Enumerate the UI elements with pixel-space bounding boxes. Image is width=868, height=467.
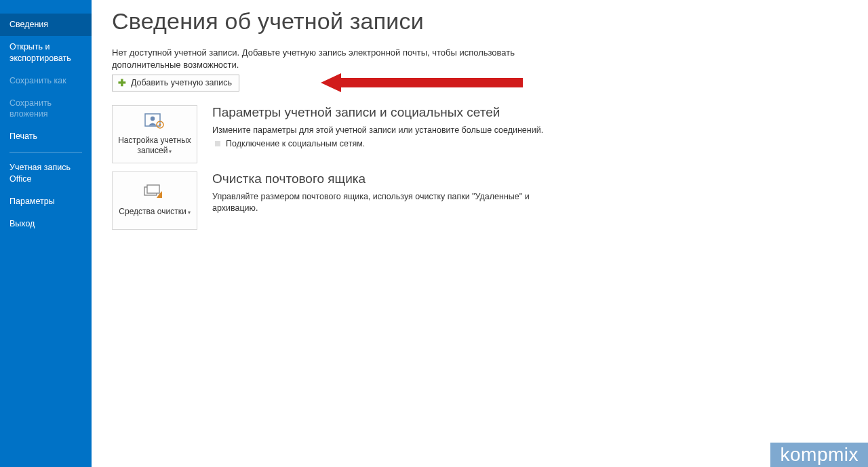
svg-point-3 bbox=[159, 123, 161, 125]
sidebar-divider bbox=[9, 152, 82, 153]
bullet-icon bbox=[215, 141, 220, 146]
sidebar-item-office-account[interactable]: Учетная запись Office bbox=[0, 157, 92, 190]
sidebar-item-options[interactable]: Параметры bbox=[0, 190, 92, 213]
section-account-settings: Настройка учетных записей▾ Параметры уче… bbox=[112, 105, 848, 163]
sidebar: Сведения Открыть и экспортировать Сохран… bbox=[0, 0, 92, 467]
sidebar-item-exit[interactable]: Выход bbox=[0, 213, 92, 235]
add-account-button[interactable]: ✚ Добавить учетную запись bbox=[112, 75, 239, 92]
arrow-body bbox=[341, 78, 523, 87]
page-title: Сведения об учетной записи bbox=[112, 8, 848, 35]
cleanup-tools-tile[interactable]: Средства очистки▾ bbox=[112, 171, 197, 230]
watermark: kompmix bbox=[770, 443, 868, 467]
section-info-cleanup: Очистка почтового ящика Управляйте разме… bbox=[212, 171, 565, 215]
section-title-cleanup: Очистка почтового ящика bbox=[212, 171, 565, 187]
intro-text: Нет доступной учетной записи. Добавьте у… bbox=[112, 47, 546, 70]
arrow-head-icon bbox=[321, 73, 341, 92]
add-account-label: Добавить учетную запись bbox=[131, 78, 232, 87]
cleanup-tools-icon bbox=[143, 184, 166, 203]
sidebar-item-open-export[interactable]: Открыть и экспортировать bbox=[0, 36, 92, 70]
section-info-account: Параметры учетной записи и социальных се… bbox=[212, 105, 565, 148]
account-settings-tile[interactable]: Настройка учетных записей▾ bbox=[112, 105, 197, 163]
content-pane: Сведения об учетной записи Нет доступной… bbox=[92, 0, 868, 467]
section-title-account: Параметры учетной записи и социальных се… bbox=[212, 105, 565, 121]
section-cleanup: Средства очистки▾ Очистка почтового ящик… bbox=[112, 171, 848, 230]
account-settings-icon bbox=[144, 113, 165, 131]
sub-item-social[interactable]: Подключение к социальным сетям. bbox=[215, 139, 565, 148]
sidebar-item-info[interactable]: Сведения bbox=[0, 14, 92, 36]
section-desc-account: Измените параметры для этой учетной запи… bbox=[212, 125, 565, 137]
account-settings-tile-label: Настройка учетных записей▾ bbox=[117, 136, 193, 156]
chevron-down-icon: ▾ bbox=[188, 209, 191, 216]
plus-icon: ✚ bbox=[118, 78, 126, 87]
sidebar-item-save-attachments: Сохранить вложения bbox=[0, 92, 92, 126]
sub-item-label: Подключение к социальным сетям. bbox=[226, 139, 365, 148]
cleanup-tools-tile-label: Средства очистки▾ bbox=[119, 207, 190, 217]
section-desc-cleanup: Управляйте размером почтового ящика, исп… bbox=[212, 191, 565, 215]
sidebar-item-save-as: Сохранить как bbox=[0, 70, 92, 92]
svg-rect-5 bbox=[147, 185, 159, 193]
sidebar-item-print[interactable]: Печать bbox=[0, 125, 92, 148]
annotation-arrow bbox=[321, 73, 523, 92]
chevron-down-icon: ▾ bbox=[169, 148, 172, 155]
svg-point-1 bbox=[151, 116, 155, 120]
